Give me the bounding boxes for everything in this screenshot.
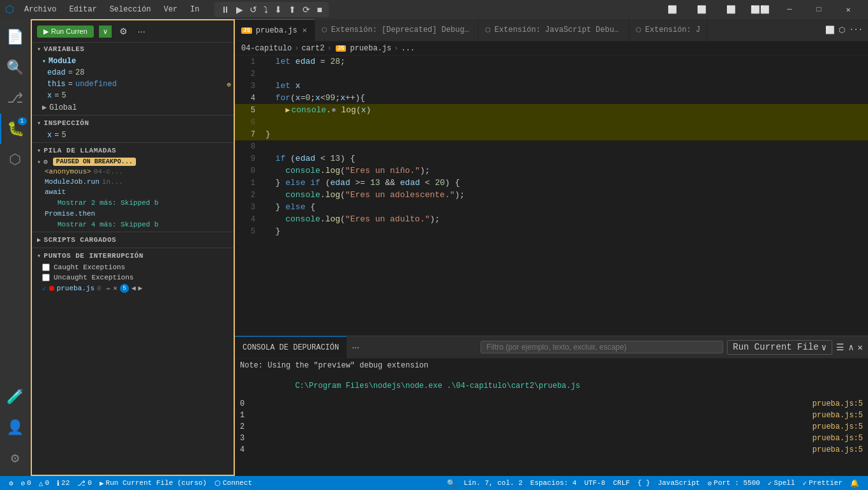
run-current-file-btn[interactable]: Run Current File ∨ <box>727 340 832 355</box>
term-file-ref-1[interactable]: prueba.js:5 <box>812 411 863 422</box>
menu-ver[interactable]: Ver <box>158 4 183 15</box>
term-file-ref-4[interactable]: prueba.js:5 <box>812 445 863 457</box>
bc-cart2[interactable]: cart2 <box>301 44 324 53</box>
callstack-header[interactable]: ▾ PILA DE LLAMADAS <box>32 144 234 157</box>
debug-refresh-btn[interactable]: ↺ <box>247 3 260 16</box>
variables-header[interactable]: ▾ VARIABLES <box>32 43 234 56</box>
status-connect[interactable]: ⬡ Connect <box>211 479 256 487</box>
scripts-header[interactable]: ▶ SCRIPTS CARGADOS <box>32 234 234 246</box>
activity-explorer[interactable]: 📄 <box>0 22 31 52</box>
activity-debug[interactable]: 🐛 1 <box>0 114 31 144</box>
module-header[interactable]: ▾ Module <box>37 56 234 67</box>
status-git[interactable]: ⎇ 0 <box>73 479 96 487</box>
activity-extensions[interactable]: ⬡ <box>0 144 31 175</box>
split-editor-icon[interactable]: ⬡ <box>839 26 845 35</box>
status-search[interactable]: 🔍 <box>443 479 460 487</box>
paused-group[interactable]: ▾ ⚙ PAUSED ON BREAKPO... <box>32 157 234 167</box>
status-port[interactable]: ⊘ Port : 5500 <box>704 479 764 487</box>
maximize-btn[interactable]: □ <box>804 0 834 19</box>
menu-editar[interactable]: Editar <box>64 4 101 15</box>
term-file-ref-0[interactable]: prueba.js:5 <box>812 399 863 411</box>
debug-stop-btn[interactable]: ■ <box>314 3 324 16</box>
layout-btn2[interactable]: ⬜ <box>687 0 716 19</box>
tab-prueba[interactable]: JS prueba.js ✕ <box>235 19 315 41</box>
panel-filter-input[interactable] <box>481 341 723 353</box>
close-btn[interactable]: ✕ <box>834 0 863 19</box>
activity-account[interactable]: 👤 <box>0 412 31 443</box>
nav-fwd-icon[interactable]: ▶ <box>138 284 143 293</box>
var-edad[interactable]: edad = 28 <box>37 67 234 78</box>
layout-btn[interactable]: ⬜ <box>657 0 687 19</box>
status-info[interactable]: ℹ 22 <box>53 479 73 487</box>
bp-file-prueba[interactable]: ✓ prueba.js 0 ✏ ✕ 5 ◀ ▶ <box>32 283 234 294</box>
status-encoding[interactable]: UTF-8 <box>580 479 609 487</box>
frame-await[interactable]: await <box>32 187 234 197</box>
debug-stepin-btn[interactable]: ⬇ <box>272 3 285 16</box>
status-run-label[interactable]: ▶ Run Current File (curso) <box>96 479 211 487</box>
tab-js-debugger[interactable]: ⬡ Extensión: JavaScript Debugger <box>479 19 629 41</box>
debug-restart-btn[interactable]: ⟳ <box>300 3 313 16</box>
status-prettier[interactable]: ✓ Prettier <box>799 479 846 487</box>
tab-ext-j[interactable]: ⬡ Extensión: J <box>629 19 707 41</box>
status-spell[interactable]: ✓ Spell <box>764 479 799 487</box>
run-current-btn[interactable]: ▶ Run Curren <box>37 26 94 38</box>
global-item[interactable]: ▶ Global <box>37 101 234 114</box>
tab-debugger-chrome[interactable]: ⬡ Extensión: [Deprecated] Debugger for C… <box>315 19 479 41</box>
more-tabs-icon[interactable]: ··· <box>849 26 863 34</box>
skip-link-4[interactable]: Mostrar 4 más: Skipped b <box>45 220 161 229</box>
frame-skip4[interactable]: Mostrar 4 más: Skipped b <box>32 219 234 230</box>
menu-seleccion[interactable]: Selección <box>105 4 156 15</box>
status-braces[interactable]: { } <box>634 479 654 487</box>
minimize-btn[interactable]: — <box>775 0 804 19</box>
var-this[interactable]: this = undefined ⊕ <box>37 78 234 90</box>
activity-test[interactable]: 🧪 <box>0 382 31 412</box>
frame-anonymous[interactable]: <anonymous> 04-c... <box>32 167 234 177</box>
status-bell[interactable]: 🔔 <box>846 479 863 487</box>
frame-skip2[interactable]: Mostrar 2 más: Skipped b <box>32 197 234 209</box>
list-icon[interactable]: ☰ <box>836 342 844 353</box>
close-icon[interactable]: ✕ <box>113 284 117 293</box>
panel-more-btn[interactable]: ··· <box>349 336 362 358</box>
panel-collapse-btn[interactable]: ∧ <box>848 342 853 353</box>
panel-close-btn[interactable]: ✕ <box>858 342 863 353</box>
term-file-ref-2[interactable]: prueba.js:5 <box>812 422 863 434</box>
code-editor[interactable]: 1 let edad = 28; 2 3 let x 4 for(x=0;x<9… <box>235 56 868 336</box>
inspeccion-header[interactable]: ▾ INSPECCIÓN <box>32 117 234 130</box>
settings-btn[interactable]: ⚙ <box>117 25 130 38</box>
debug-continue-btn[interactable]: ▶ <box>234 3 246 16</box>
activity-search[interactable]: 🔍 <box>0 52 31 83</box>
debug-pause-btn[interactable]: ⏸ <box>218 3 232 16</box>
status-lang[interactable]: JavaScript <box>654 479 704 487</box>
bc-pruebajs[interactable]: prueba.js <box>350 44 391 53</box>
status-ln-col[interactable]: Lín. 7, col. 2 <box>460 479 526 487</box>
activity-source-control[interactable]: ⎇ <box>0 83 31 114</box>
activity-settings[interactable]: ⚙ <box>0 443 31 473</box>
more-btn[interactable]: ··· <box>135 25 148 38</box>
layout-btn4[interactable]: ⬜⬜ <box>745 0 775 19</box>
insp-var-x[interactable]: x = 5 <box>37 130 234 141</box>
debug-stepover-btn[interactable]: ⤵ <box>261 3 271 16</box>
status-eol[interactable]: CRLF <box>609 479 633 487</box>
caught-checkbox[interactable] <box>42 264 50 271</box>
tab-close-prueba[interactable]: ✕ <box>301 26 308 35</box>
layout-btn3[interactable]: ⬜ <box>716 0 745 19</box>
status-spaces[interactable]: Espacios: 4 <box>527 479 581 487</box>
status-warnings[interactable]: △ 0 <box>35 479 53 487</box>
layout-toggle-icon[interactable]: ⬜ <box>825 26 835 35</box>
nav-back-icon[interactable]: ◀ <box>131 284 136 293</box>
var-x[interactable]: x = 5 <box>37 90 234 101</box>
skip-link-2[interactable]: Mostrar 2 más: Skipped b <box>45 198 161 207</box>
bc-dots[interactable]: ... <box>401 44 415 53</box>
menu-archivo[interactable]: Archivo <box>19 4 61 15</box>
frame-modulejob[interactable]: ModuleJob.run in... <box>32 177 234 187</box>
run-dropdown-btn[interactable]: ∨ <box>99 26 112 38</box>
uncaught-checkbox[interactable] <box>42 274 50 281</box>
status-debug-icon[interactable]: ⚙ <box>5 479 17 487</box>
menu-in[interactable]: In <box>185 4 204 15</box>
frame-promise[interactable]: Promise.then <box>32 209 234 219</box>
bc-04capitulo[interactable]: 04-capitulo <box>241 44 292 53</box>
panel-tab-debug-console[interactable]: CONSOLA DE DEPURACIÓN <box>235 336 347 358</box>
status-errors[interactable]: ⊘ 0 <box>17 479 35 487</box>
debug-stepout-btn[interactable]: ⬆ <box>286 3 299 16</box>
bp-header[interactable]: ▾ PUNTOS DE INTERRUPCIÓN <box>32 249 234 262</box>
